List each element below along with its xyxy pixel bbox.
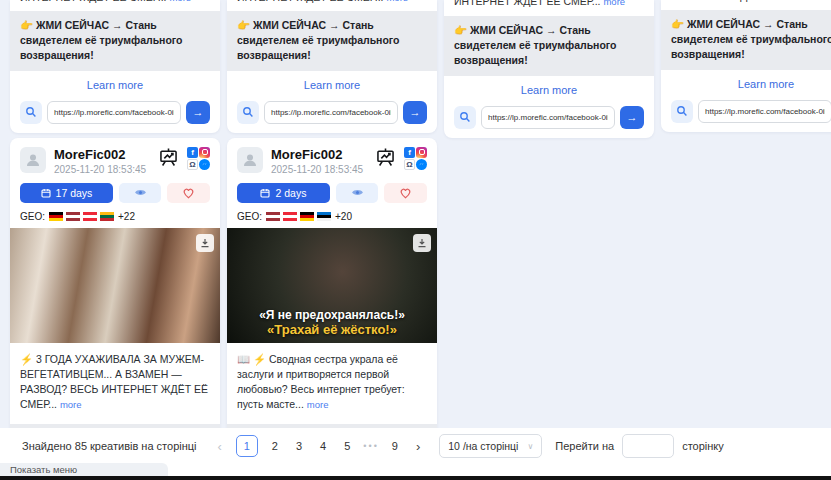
favorite-heart-button[interactable]: [167, 183, 210, 203]
landing-url-input[interactable]: [698, 100, 831, 123]
creative-image[interactable]: «Я не предохранялась!» «Трахай её жёстко…: [227, 228, 437, 343]
avatar: [237, 147, 263, 173]
learn-more-link[interactable]: Learn more: [227, 71, 437, 95]
goto-page-label: Перейти на: [555, 440, 614, 452]
bottom-strip: Показать меню: [0, 462, 831, 480]
more-link: more: [386, 0, 408, 3]
flag-de-icon: [300, 212, 314, 221]
pagination-bar: Знайдено 85 креативів на сторінці ‹ 1 2 …: [0, 428, 831, 464]
creative-actions: 2 days: [237, 183, 427, 203]
analytics-board-icon[interactable]: [375, 147, 396, 168]
facebook-icon: f: [187, 147, 198, 158]
search-icon[interactable]: [20, 101, 42, 124]
page-5[interactable]: 5: [344, 440, 350, 452]
preview-eye-button[interactable]: [119, 183, 162, 203]
flag-at-icon: [83, 212, 97, 221]
learn-more-link[interactable]: Learn more: [444, 76, 654, 100]
platform-icons: f Ω: [404, 147, 427, 170]
flag-de-icon: [49, 212, 63, 221]
landing-url-row: →: [454, 106, 644, 129]
creative-text: 📖 ⚡ Сводная сестра украла её заслуги и п…: [227, 343, 437, 420]
page-3[interactable]: 3: [296, 440, 302, 452]
truncated-text-line: ИНТЕРНЕТ ЖДЁТ ЕЁ СМЕР... more: [671, 0, 831, 2]
page-4[interactable]: 4: [320, 440, 326, 452]
page-9[interactable]: 9: [392, 440, 398, 452]
search-icon[interactable]: [671, 100, 693, 123]
open-url-button[interactable]: →: [186, 101, 210, 124]
geo-more-count: +20: [335, 211, 352, 222]
learn-more-link[interactable]: Learn more: [661, 70, 831, 94]
favorite-heart-button[interactable]: [384, 183, 427, 203]
landing-url-row: →: [20, 101, 210, 124]
column-1: ИНТЕРНЕТ ЖДЁТ ЕЁ СМЕР... more 👉 ЖМИ СЕЙЧ…: [10, 0, 220, 480]
more-link: more: [603, 0, 625, 7]
page-2[interactable]: 2: [272, 440, 278, 452]
creative-header: MoreFic002 2025-11-20 18:53:45 f Ω: [10, 138, 220, 179]
audience-network-icon: Ω: [404, 159, 415, 170]
messenger-icon: [199, 159, 210, 170]
more-link: more: [169, 0, 191, 3]
learn-more-link[interactable]: Learn more: [10, 71, 220, 95]
avatar: [20, 147, 46, 173]
geo-more-count: +22: [118, 211, 135, 222]
creative-text: ⚡ 3 ГОДА УХАЖИВАЛА ЗА МУЖЕМ-ВЕГЕТАТИВЦЕМ…: [10, 343, 220, 420]
audience-network-icon: Ω: [187, 159, 198, 170]
cta-banner: 👉 ЖМИ СЕЙЧАС → Стань свидетелем её триум…: [10, 11, 220, 71]
geo-label: GEO:: [237, 211, 262, 222]
geo-row: GEO: +20: [237, 211, 427, 222]
goto-page-input[interactable]: [622, 434, 674, 458]
geo-label: GEO:: [20, 211, 45, 222]
next-page-button[interactable]: ›: [416, 439, 420, 454]
flag-lt-icon: [100, 212, 114, 221]
page-1-active[interactable]: 1: [236, 435, 258, 457]
analytics-board-icon[interactable]: [158, 147, 179, 168]
cta-banner: 👉 ЖМИ СЕЙЧАС → Стань свидетелем её триум…: [227, 11, 437, 71]
search-icon[interactable]: [454, 106, 476, 129]
download-image-icon[interactable]: [196, 234, 214, 252]
geo-row: GEO: +22: [20, 211, 210, 222]
truncated-text-line: ИНТЕРНЕТ ЖДЁТ ЕЁ СМЕР... more: [454, 0, 644, 8]
cta-banner: 👉 ЖМИ СЕЙЧАС → Стань свидетелем её триум…: [444, 16, 654, 76]
flag-at-icon: [283, 212, 297, 221]
prev-page-button[interactable]: ‹: [218, 439, 222, 454]
download-image-icon[interactable]: [413, 234, 431, 252]
landing-url-input[interactable]: [47, 101, 181, 124]
landing-url-input[interactable]: [264, 101, 398, 124]
creative-header: MoreFic002 2025-11-20 18:53:45 f Ω: [227, 138, 437, 179]
show-menu-button[interactable]: Показать меню: [0, 463, 168, 476]
preview-eye-button[interactable]: [336, 183, 379, 203]
page-ellipsis[interactable]: •••: [363, 441, 378, 451]
truncated-text-line: ИНТЕРНЕТ ЖДЁТ ЕЁ СМЕР... more: [20, 0, 210, 3]
geo-flags: [266, 212, 331, 221]
window-edge-bar: [0, 476, 831, 480]
creative-image[interactable]: [10, 228, 220, 343]
cta-banner: 👉 ЖМИ СЕЙЧАС → Стань свидетелем её триум…: [661, 10, 831, 70]
more-link[interactable]: more: [60, 399, 82, 410]
landing-url-input[interactable]: [481, 106, 615, 129]
ad-card-partial: ИНТЕРНЕТ ЖДЁТ ЕЁ СМЕР... more 👉 ЖМИ СЕЙЧ…: [444, 0, 654, 138]
flag-lv-icon: [66, 212, 80, 221]
instagram-icon: [416, 147, 427, 158]
instagram-icon: [199, 147, 210, 158]
landing-url-row: →: [237, 101, 427, 124]
facebook-icon: f: [404, 147, 415, 158]
more-link: more: [820, 0, 831, 2]
open-url-button[interactable]: →: [620, 106, 644, 129]
ad-card-partial: ИНТЕРНЕТ ЖДЁТ ЕЁ СМЕР... more 👉 ЖМИ СЕЙЧ…: [661, 0, 831, 132]
column-4: ИНТЕРНЕТ ЖДЁТ ЕЁ СМЕР... more 👉 ЖМИ СЕЙЧ…: [661, 0, 831, 132]
more-link[interactable]: more: [307, 399, 329, 410]
flag-lv-icon: [266, 212, 280, 221]
profile-name: MoreFic002: [54, 147, 158, 162]
platform-icons: f Ω: [187, 147, 210, 170]
search-icon[interactable]: [237, 101, 259, 124]
truncated-text-line: ИНТЕРНЕТ ЖДЁТ ЕЁ СМЕР... more: [237, 0, 427, 3]
messenger-icon: [416, 159, 427, 170]
days-active-button[interactable]: 17 days: [20, 183, 113, 203]
ad-card-partial: ИНТЕРНЕТ ЖДЁТ ЕЁ СМЕР... more 👉 ЖМИ СЕЙЧ…: [10, 0, 220, 133]
page-size-select[interactable]: 10 /на сторінці∨: [439, 434, 542, 458]
open-url-button[interactable]: →: [403, 101, 427, 124]
days-active-button[interactable]: 2 days: [237, 183, 330, 203]
creative-timestamp: 2025-11-20 18:53:45: [271, 164, 375, 175]
column-2: ИНТЕРНЕТ ЖДЁТ ЕЁ СМЕР... more 👉 ЖМИ СЕЙЧ…: [227, 0, 437, 480]
goto-page-suffix: сторінку: [682, 440, 724, 452]
